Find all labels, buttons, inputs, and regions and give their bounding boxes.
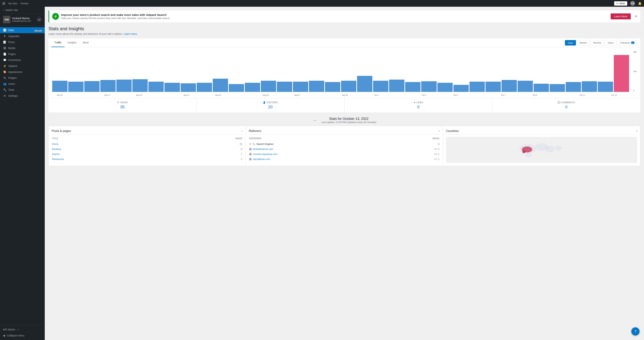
chart-bar[interactable] (325, 82, 340, 92)
chart-bar[interactable] (164, 83, 180, 92)
chart-bar[interactable] (486, 82, 501, 92)
x-label: Oct 1 (369, 94, 384, 96)
chart-bar[interactable] (502, 80, 517, 92)
chart-bar[interactable] (277, 82, 292, 92)
search-engine-icon: 🔍 (252, 143, 255, 146)
post-views: 9 (170, 147, 242, 151)
chart-bar[interactable] (389, 80, 404, 92)
x-label: Sep 19 (132, 94, 146, 96)
tab-store[interactable]: Store (80, 38, 92, 47)
countries-arrow[interactable]: › (636, 129, 637, 133)
period-weeks-button[interactable]: Weeks (577, 40, 590, 46)
plugins-icon: 🔌 (3, 76, 6, 80)
chart-bar[interactable] (261, 81, 276, 92)
chart-bar[interactable] (293, 82, 308, 92)
referrer-more-button[interactable]: ••• (434, 148, 438, 150)
banner-close-button[interactable]: ✕ (634, 14, 637, 18)
chart-bar[interactable] (197, 83, 212, 92)
period-months-button[interactable]: Months (590, 40, 604, 46)
sidebar-item-jetpack[interactable]: ⚡ Jetpack (0, 63, 45, 69)
chart-bar-group (293, 51, 308, 92)
posts-pages-arrow[interactable]: › (242, 129, 242, 133)
switch-site-button[interactable]: ‹ Switch site (0, 7, 45, 14)
wp-logo-icon[interactable]: ⊞ (2, 1, 6, 6)
post-title-link[interactable]: Search (52, 153, 60, 156)
chart-bar[interactable] (341, 81, 356, 92)
chart-bar[interactable] (52, 81, 68, 92)
chart-bar[interactable] (614, 55, 629, 92)
chart-bar[interactable] (470, 82, 485, 92)
chart-bar[interactable] (100, 80, 116, 92)
help-button[interactable]: ? (631, 327, 640, 336)
expand-icon[interactable]: ▼ (249, 143, 251, 146)
sidebar-item-users[interactable]: 👥 Users (0, 81, 45, 87)
switch-site-icon[interactable]: ⇄ (36, 17, 42, 22)
banner-learn-more-button[interactable]: Learn More (611, 14, 631, 20)
post-title-link[interactable]: Booking (52, 148, 61, 150)
chart-bar[interactable] (438, 83, 453, 92)
tab-insights[interactable]: Insights (64, 38, 80, 47)
chart-bar[interactable] (405, 82, 420, 92)
chart-bar[interactable] (181, 83, 196, 92)
sidebar-item-stats[interactable]: 📊 Stats ▄▅▃▄▅ (0, 27, 45, 33)
chart-bar[interactable] (68, 82, 84, 92)
chart-bar[interactable] (598, 82, 613, 92)
post-title-link[interactable]: Home (52, 142, 58, 146)
likes-label: ★ LIKES (348, 101, 490, 104)
stats-summary: 👁 VIEWS 35 👤 VISITORS 20 ★ LIKES (48, 98, 640, 112)
referrer-more-button[interactable]: ••• (434, 158, 438, 160)
chart-bar[interactable] (421, 81, 436, 92)
chart-bar[interactable] (534, 84, 549, 92)
chart-bar[interactable] (518, 81, 533, 92)
chart-bar[interactable] (148, 82, 164, 92)
avatar[interactable]: KM (630, 1, 635, 6)
sidebar-item-tools[interactable]: 🔧 Tools (0, 87, 45, 93)
back-arrow-button[interactable]: ← (312, 118, 318, 123)
chart-bar[interactable] (582, 81, 597, 92)
referrer-link[interactable]: connect.squareup.com (253, 153, 278, 156)
referrer-link[interactable]: kinkaidmarina.com (253, 148, 273, 150)
chart-bar[interactable] (566, 82, 581, 92)
chart-bar[interactable] (213, 79, 228, 92)
chart-bar[interactable] (245, 83, 260, 92)
collapse-menu-button[interactable]: ◀ Collapse menu (0, 332, 45, 338)
my-sites-link[interactable]: My Sites (8, 2, 18, 5)
sidebar-item-upgrades[interactable]: ⬆ Upgrades (0, 33, 45, 39)
sidebar-item-pages[interactable]: 📄 Pages (0, 51, 45, 57)
sidebar-item-posts[interactable]: 📝 Posts (0, 39, 45, 45)
date-update: Last update: 12:20 PM (Updates every 30 … (322, 121, 376, 124)
tab-traffic[interactable]: Traffic (52, 38, 64, 47)
referrer-link[interactable]: spicyillinois.com (253, 158, 270, 160)
table-row: Restaurant2 (52, 157, 242, 162)
followers-button[interactable]: Followers 1 (617, 40, 637, 46)
period-days-button[interactable]: Days (565, 40, 576, 46)
chart-bar[interactable] (373, 81, 388, 92)
chart-bar[interactable] (132, 79, 148, 92)
chart-bar[interactable] (454, 85, 469, 92)
sidebar-item-plugins[interactable]: 🔌 Plugins (0, 75, 45, 81)
post-title-link[interactable]: Restaurant (52, 158, 64, 160)
chart-bar[interactable] (116, 80, 132, 92)
external-link-icon: ↗ (249, 148, 252, 150)
referrers-header: Referrers › (249, 129, 440, 134)
reader-link[interactable]: Reader (21, 2, 29, 5)
stats-section: Stats and Insights Learn more about the … (45, 22, 644, 170)
learn-more-link[interactable]: Learn more. (124, 32, 138, 36)
period-years-button[interactable]: Years (605, 40, 616, 46)
chart-bar[interactable] (550, 84, 565, 92)
wp-admin-button[interactable]: WP Admin ↗ (0, 326, 45, 332)
chart-bar[interactable] (84, 81, 100, 92)
sidebar-item-settings[interactable]: ⚙ Settings (0, 93, 45, 99)
chart-bar[interactable] (309, 81, 324, 92)
sidebar-item-media[interactable]: 🖼 Media (0, 45, 45, 51)
sidebar-item-comments[interactable]: 💬 Comments (0, 57, 45, 63)
chart-bar[interactable] (229, 84, 244, 92)
chart-bar-group (550, 51, 565, 92)
map-placeholder (446, 137, 637, 163)
referrer-more-button[interactable]: ••• (434, 153, 438, 156)
write-button[interactable]: ✏ Write (614, 1, 627, 6)
referrers-arrow[interactable]: › (439, 129, 440, 133)
sidebar-item-appearance[interactable]: 🎨 Appearance (0, 69, 45, 75)
notifications-icon[interactable]: 🔔 (638, 2, 642, 5)
chart-bar[interactable] (357, 76, 372, 92)
